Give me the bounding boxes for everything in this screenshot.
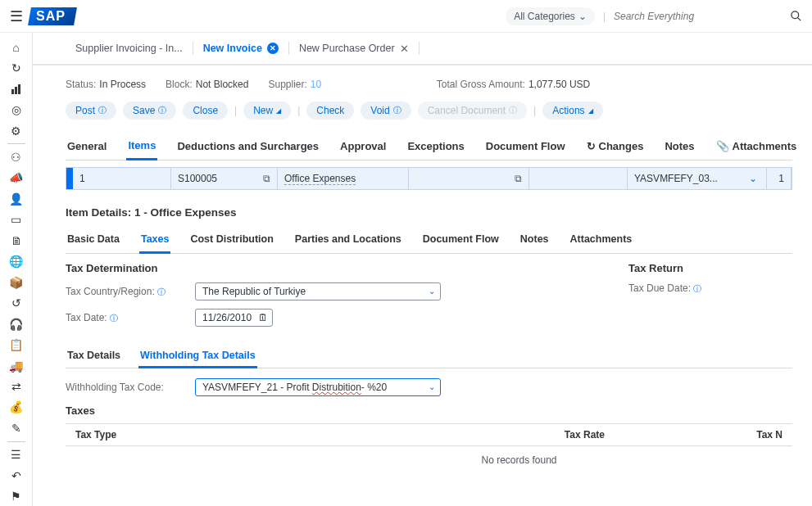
tab-supplier-invoicing[interactable]: Supplier Invoicing - In... (66, 33, 193, 64)
action-toolbar: Postⓘ Saveⓘ Close | New◢ | Check Voidⓘ C… (66, 102, 792, 120)
user-icon[interactable]: 👤 (4, 189, 29, 208)
withholding-code-label: Withholding Tax Code: (66, 382, 188, 393)
status-bar: Status:In Process Block:Not Blocked Supp… (66, 79, 792, 90)
edit-icon[interactable]: ✎ (4, 418, 29, 437)
tax-determination-heading: Tax Determination (66, 262, 563, 274)
item-detail-tabs: Basic Data Taxes Cost Distribution Parti… (66, 227, 792, 254)
doc-icon[interactable]: 🗎 (4, 231, 29, 250)
subtab-withholding[interactable]: Withholding Tax Details (138, 345, 257, 368)
tab-item-docflow[interactable]: Document Flow (421, 227, 501, 253)
tab-taxes[interactable]: Taxes (139, 227, 171, 254)
headset-icon[interactable]: 🎧 (4, 314, 29, 333)
exchange-icon[interactable]: ⇄ (4, 377, 29, 395)
description-cell[interactable]: Office Expenses (278, 168, 409, 189)
search-icon[interactable] (790, 10, 802, 22)
tab-item-notes[interactable]: Notes (519, 227, 551, 253)
close-icon[interactable]: ✕ (400, 43, 409, 55)
tab-basic-data[interactable]: Basic Data (66, 227, 121, 253)
help-icon[interactable]: ⓘ (157, 287, 166, 296)
post-button[interactable]: Postⓘ (66, 102, 116, 120)
tax-country-select[interactable]: The Republic of Turkiye ⌄ (195, 282, 441, 300)
search-input[interactable] (614, 11, 783, 22)
subtab-tax-details[interactable]: Tax Details (66, 345, 122, 368)
tab-docflow[interactable]: Document Flow (484, 133, 567, 160)
tab-notes[interactable]: Notes (663, 133, 696, 160)
package-icon[interactable]: 📦 (4, 273, 29, 291)
last-cell[interactable]: 1 (767, 168, 792, 189)
svg-rect-3 (15, 87, 17, 94)
calendar-icon[interactable]: 🗓 (258, 312, 268, 323)
help-icon[interactable]: ⓘ (110, 314, 118, 323)
home-icon[interactable]: ⌂ (4, 38, 29, 56)
save-button[interactable]: Saveⓘ (123, 102, 176, 120)
cycle-icon[interactable]: ↺ (4, 293, 29, 312)
tab-general[interactable]: General (66, 133, 108, 160)
flag-icon[interactable]: ⚑ (4, 487, 29, 506)
value-help-icon[interactable]: ⧉ (263, 173, 270, 184)
refresh-icon[interactable]: ↻ (4, 58, 29, 77)
supplier-value: 10 (311, 79, 417, 90)
svg-point-0 (792, 11, 799, 19)
tax-country-label: Tax Country/Region: ⓘ (66, 286, 188, 298)
list-icon[interactable]: ☰ (4, 445, 29, 464)
check-button[interactable]: Check (306, 102, 354, 120)
analytics-icon[interactable] (4, 79, 29, 98)
tab-approval[interactable]: Approval (338, 133, 388, 160)
tab-items[interactable]: Items (126, 133, 157, 160)
chevron-down-icon: ⌄ (429, 287, 435, 296)
megaphone-icon[interactable]: 📣 (4, 169, 29, 187)
svg-rect-2 (11, 89, 14, 94)
card-icon[interactable]: ▭ (4, 210, 29, 229)
col-tax-type: Tax Type (66, 424, 352, 445)
code-cell[interactable]: YASVMFEFY_03... ⌄ (628, 168, 767, 189)
void-button[interactable]: Voidⓘ (361, 102, 411, 120)
tab-deductions[interactable]: Deductions and Surcharges (175, 133, 320, 160)
tab-new-po[interactable]: New Purchase Order ✕ (289, 33, 419, 64)
sidebar-nav: ⌂ ↻ ◎ ⚙ ⚇ 📣 👤 ▭ 🗎 🌐 📦 ↺ 🎧 📋 🚚 ⇄ 💰 ✎ ☰ ↶ … (0, 33, 33, 506)
no-records: No records found (66, 446, 792, 474)
close-button[interactable]: Close (183, 102, 228, 120)
invoice-tabs: General Items Deductions and Surcharges … (66, 133, 792, 160)
target-icon[interactable]: ◎ (4, 100, 29, 119)
org-icon[interactable]: ⚇ (4, 147, 29, 166)
taxes-heading: Taxes (66, 404, 792, 417)
new-button[interactable]: New◢ (243, 102, 291, 120)
blank-cell[interactable] (529, 168, 628, 189)
tab-cost-dist[interactable]: Cost Distribution (188, 227, 274, 253)
close-icon[interactable]: ✕ (267, 43, 279, 54)
tax-date-input[interactable]: 11/26/2010 🗓 (195, 309, 273, 327)
svg-line-1 (797, 17, 801, 20)
clipboard-icon[interactable]: 📋 (4, 335, 29, 354)
tab-item-attach[interactable]: Attachments (569, 227, 634, 253)
chevron-down-icon[interactable]: ⌄ (749, 173, 757, 184)
actions-button[interactable]: Actions◢ (542, 102, 602, 120)
global-search[interactable] (614, 10, 802, 22)
withholding-code-select[interactable]: YASVMFEFY_21 - Profit Distrubition- %20 … (195, 378, 441, 396)
tab-changes[interactable]: ↻Changes (585, 133, 646, 160)
tax-subtabs: Tax Details Withholding Tax Details (66, 345, 792, 368)
all-categories-dropdown[interactable]: All Categories ⌄ (506, 7, 595, 25)
history-icon[interactable]: ↶ (4, 466, 29, 485)
gear-icon[interactable]: ⚙ (4, 121, 29, 140)
tax-date-label: Tax Date: ⓘ (66, 312, 188, 324)
help-icon: ⓘ (158, 105, 166, 116)
empty-cell[interactable]: ⧉ (409, 168, 529, 189)
chevron-down-icon: ⌄ (578, 11, 587, 22)
transport-icon[interactable]: 🚚 (4, 356, 29, 375)
product-cell[interactable]: S100005 ⧉ (171, 168, 278, 189)
menu-icon[interactable]: ☰ (10, 7, 23, 25)
money-icon[interactable]: 💰 (4, 398, 29, 417)
tax-return-col: Tax Return Tax Due Date: ⓘ (628, 262, 792, 335)
tab-parties[interactable]: Parties and Locations (293, 227, 403, 253)
cancel-doc-button: Cancel Documentⓘ (418, 102, 527, 120)
tab-exceptions[interactable]: Exceptions (406, 133, 465, 160)
tab-new-invoice[interactable]: New Invoice ✕ (193, 33, 288, 64)
item-row[interactable]: 1 S100005 ⧉ Office Expenses ⧉ YASVMFEFY_… (66, 167, 792, 190)
tab-attachments[interactable]: 📎Attachments (714, 133, 799, 160)
block-label: Block: (166, 79, 193, 90)
help-icon[interactable]: ⓘ (693, 284, 701, 293)
status-value: In Process (99, 79, 146, 90)
value-help-icon[interactable]: ⧉ (515, 173, 522, 184)
globe-icon[interactable]: 🌐 (4, 252, 29, 271)
line-cell[interactable]: 1 (73, 168, 171, 189)
